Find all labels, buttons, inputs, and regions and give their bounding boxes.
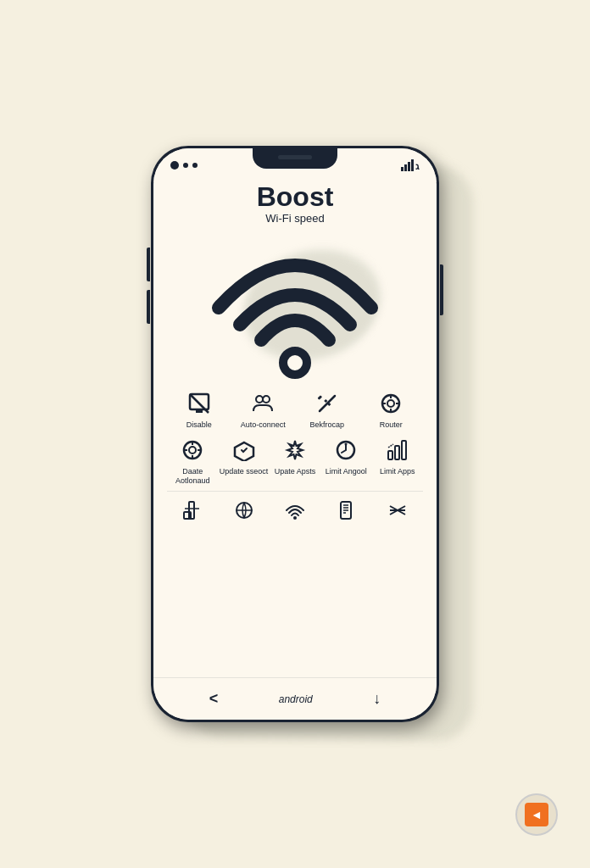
notch bbox=[253, 148, 337, 169]
svg-line-32 bbox=[388, 444, 393, 448]
svg-rect-1 bbox=[404, 164, 407, 171]
svg-point-10 bbox=[263, 396, 270, 403]
svg-rect-8 bbox=[196, 409, 203, 413]
update-ssect-label: Update sseoct bbox=[220, 467, 269, 476]
disable-label: Disable bbox=[186, 420, 212, 430]
status-dots bbox=[170, 161, 198, 170]
update-apps-label: Upate Apsts bbox=[275, 467, 316, 476]
dot-3 bbox=[192, 163, 198, 168]
more-button[interactable]: ↓ bbox=[373, 690, 381, 708]
router-icon bbox=[377, 390, 404, 417]
app-subtitle: Wi-Fi speed bbox=[257, 212, 334, 225]
action-disable[interactable]: Disable bbox=[174, 390, 225, 430]
svg-rect-3 bbox=[411, 159, 414, 171]
action-router[interactable]: Router bbox=[365, 390, 416, 430]
svg-point-16 bbox=[387, 400, 394, 407]
action-auto-connect[interactable]: Auto-connect bbox=[237, 390, 288, 430]
wifi-svg bbox=[210, 240, 380, 380]
svg-rect-30 bbox=[395, 446, 399, 459]
action-update-apps[interactable]: Upate Apsts bbox=[270, 437, 320, 486]
svg-point-28 bbox=[345, 442, 348, 445]
wifi-icon-container bbox=[202, 233, 388, 386]
svg-rect-0 bbox=[401, 167, 404, 171]
svg-line-11 bbox=[320, 396, 335, 411]
svg-rect-29 bbox=[388, 451, 392, 459]
volume-down-button[interactable] bbox=[147, 290, 150, 324]
dot-1 bbox=[170, 161, 179, 170]
bottom-icons-row bbox=[167, 491, 423, 529]
svg-point-5 bbox=[283, 351, 307, 375]
update-ssect-icon bbox=[231, 437, 258, 464]
disable-icon bbox=[186, 390, 213, 417]
svg-text:ג: ג bbox=[415, 161, 420, 171]
bottom-icon-1[interactable] bbox=[179, 497, 206, 524]
action-grid: Disable Auto-connect bbox=[167, 390, 423, 485]
app-title: Boost bbox=[257, 182, 334, 212]
nav-bar: < android ↓ bbox=[153, 677, 437, 720]
limit-angool-label: Limit Angool bbox=[326, 467, 367, 476]
action-limit-angool[interactable]: Limit Angool bbox=[320, 437, 371, 486]
update-apps-icon bbox=[281, 437, 309, 464]
phone-frame: ג Boost Wi-Fi speed bbox=[151, 146, 439, 722]
disable-auto-icon bbox=[179, 437, 206, 464]
title-section: Boost Wi-Fi speed bbox=[257, 182, 334, 225]
svg-rect-12 bbox=[317, 395, 322, 400]
dot-2 bbox=[183, 163, 188, 168]
action-row-2: Daate Aotlonaud Update sseoct bbox=[167, 437, 423, 486]
status-bar: ג bbox=[153, 148, 437, 182]
signal-icons: ג bbox=[401, 159, 420, 171]
router-label: Router bbox=[380, 420, 403, 430]
power-button[interactable] bbox=[440, 264, 443, 315]
home-button[interactable]: android bbox=[279, 693, 313, 705]
bottom-icon-4[interactable] bbox=[332, 497, 359, 524]
svg-point-22 bbox=[189, 447, 196, 453]
limit-apps-icon bbox=[384, 437, 411, 464]
auto-connect-label: Auto-connect bbox=[241, 420, 286, 430]
action-row-1: Disable Auto-connect bbox=[167, 390, 423, 430]
auto-connect-icon bbox=[249, 390, 276, 417]
orange-icon: ◄ bbox=[525, 803, 548, 826]
bottom-icon-3[interactable] bbox=[281, 497, 309, 524]
limit-angool-icon bbox=[332, 437, 359, 464]
bekfrocap-icon bbox=[314, 390, 341, 417]
main-content: Boost Wi-Fi speed bbox=[153, 182, 437, 677]
svg-rect-31 bbox=[402, 441, 406, 459]
action-bekfrocap[interactable]: Bekfrocap bbox=[302, 390, 353, 430]
volume-up-button[interactable] bbox=[147, 248, 150, 281]
bekfrocap-label: Bekfrocap bbox=[309, 420, 344, 430]
speaker bbox=[278, 155, 312, 159]
limit-apps-label: Limit Apps bbox=[380, 467, 415, 476]
disable-auto-label: Daate Aotlonaud bbox=[167, 467, 218, 486]
svg-point-9 bbox=[256, 396, 263, 403]
bottom-icon-2[interactable] bbox=[231, 497, 258, 524]
svg-point-38 bbox=[293, 516, 297, 520]
bottom-icon-5[interactable] bbox=[384, 497, 411, 524]
action-update-ssect[interactable]: Update sseoct bbox=[219, 437, 270, 486]
action-disable-auto[interactable]: Daate Aotlonaud bbox=[167, 437, 218, 486]
action-limit-apps[interactable]: Limit Apps bbox=[372, 437, 423, 486]
back-button[interactable]: < bbox=[209, 690, 219, 708]
corner-badge: ◄ bbox=[515, 793, 558, 836]
svg-rect-2 bbox=[408, 162, 410, 171]
